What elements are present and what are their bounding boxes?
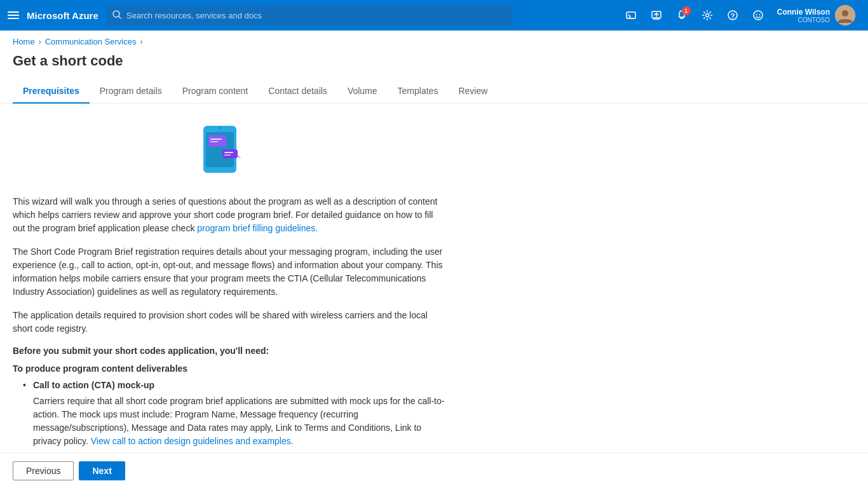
breadcrumb-sep-2: › (140, 37, 142, 46)
svg-line-4 (119, 17, 121, 18)
breadcrumb-home[interactable]: Home (13, 37, 35, 46)
before-heading: Before you submit your short codes appli… (13, 346, 445, 356)
tab-program-content[interactable]: Program content (172, 79, 259, 104)
intro-text-3: The application details required to prov… (13, 309, 445, 336)
user-org: CONTOSO (777, 17, 830, 24)
svg-rect-1 (8, 15, 19, 16)
notification-badge: 1 (682, 6, 691, 15)
topbar-actions: 1 ? Connie Wilson CONTOS (620, 4, 860, 27)
cta-guidelines-link[interactable]: View call to action design guidelines an… (91, 436, 294, 446)
svg-rect-31 (224, 154, 231, 156)
svg-point-13 (705, 14, 709, 17)
svg-rect-28 (222, 149, 238, 158)
svg-rect-5 (627, 12, 635, 18)
tabs-bar: Prerequisites Program details Program co… (0, 79, 868, 104)
svg-point-17 (756, 14, 757, 15)
svg-point-18 (759, 14, 760, 15)
page-illustration (13, 116, 445, 180)
bottom-bar: Previous Next (0, 452, 868, 488)
breadcrumb: Home › Communication Services › (0, 30, 868, 53)
svg-rect-27 (210, 141, 218, 142)
user-name: Connie Wilson (777, 8, 830, 17)
intro-text-2: The Short Code Program Brief registratio… (13, 245, 445, 299)
svg-rect-26 (210, 139, 222, 140)
tab-program-details[interactable]: Program details (90, 79, 172, 104)
avatar (835, 5, 855, 25)
tab-prerequisites[interactable]: Prerequisites (13, 79, 90, 104)
upload-button[interactable] (645, 4, 668, 27)
svg-point-23 (219, 126, 221, 129)
breadcrumb-sep-1: › (39, 37, 41, 46)
app-logo: Microsoft Azure (27, 10, 98, 21)
tab-templates[interactable]: Templates (388, 79, 449, 104)
section1-heading: To produce program content deliverables (13, 363, 445, 374)
tab-contact-details[interactable]: Contact details (258, 79, 337, 104)
next-button[interactable]: Next (79, 461, 125, 480)
page-wrapper: Home › Communication Services › Get a sh… (0, 30, 868, 488)
program-brief-link[interactable]: program brief filling guidelines. (197, 223, 318, 233)
content-area: This wizard will walk you through a seri… (0, 104, 458, 488)
topbar: Microsoft Azure (0, 0, 868, 30)
breadcrumb-service[interactable]: Communication Services (45, 37, 137, 46)
search-bar[interactable] (106, 5, 513, 25)
settings-button[interactable] (696, 4, 719, 27)
svg-rect-2 (8, 18, 19, 19)
svg-point-20 (842, 10, 848, 17)
previous-button[interactable]: Previous (13, 461, 74, 480)
notifications-button[interactable]: 1 (670, 4, 693, 27)
tab-review[interactable]: Review (448, 79, 498, 104)
tab-volume[interactable]: Volume (337, 79, 388, 104)
svg-rect-30 (224, 152, 233, 153)
svg-text:?: ? (730, 12, 735, 20)
list-item: Call to action (CTA) mock-up Carriers re… (23, 379, 445, 448)
page-title: Get a short code (0, 53, 868, 79)
cloud-shell-button[interactable] (620, 4, 642, 27)
user-profile[interactable]: Connie Wilson CONTOSO (772, 5, 860, 25)
svg-rect-0 (8, 11, 19, 13)
search-input[interactable] (126, 11, 506, 20)
hamburger-menu[interactable] (8, 10, 19, 21)
svg-point-16 (754, 11, 763, 20)
search-icon (112, 10, 121, 21)
feedback-button[interactable] (747, 4, 770, 27)
bullet-1-title: Call to action (CTA) mock-up (33, 379, 445, 392)
intro-text-1: This wizard will walk you through a seri… (13, 195, 445, 235)
help-button[interactable]: ? (721, 4, 744, 27)
